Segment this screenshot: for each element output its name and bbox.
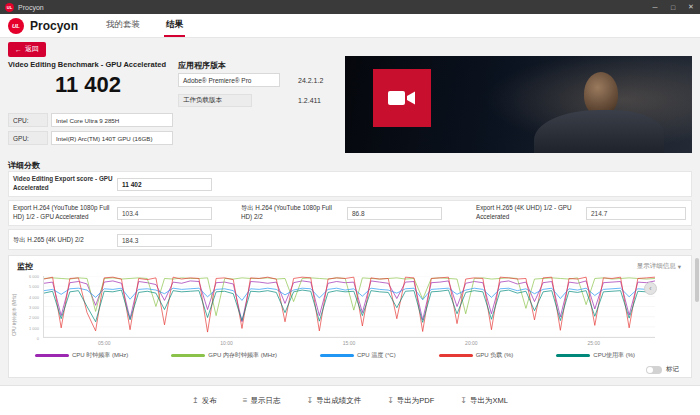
minimize-icon[interactable]: ─ — [646, 0, 664, 14]
tab-results[interactable]: 结果 — [164, 14, 185, 37]
legend-item-cpu-temp: CPU 温度 (°C) — [320, 351, 396, 360]
benchmark-title: Video Editing Benchmark - GPU Accelerate… — [8, 60, 178, 69]
detail-label: Export H.265 (4K UHD) 1/2 - GPU Accelera… — [476, 204, 580, 221]
back-arrow-icon: ← — [15, 46, 22, 53]
detail-value: 86.8 — [347, 207, 442, 220]
benchmark-hero-image — [345, 56, 692, 153]
chart-legend: CPU 时钟频率 (MHz) GPU 内存时钟频率 (MHz) CPU 温度 (… — [35, 351, 635, 360]
detail-row-export-score: Video Editing Export score - GPU Acceler… — [8, 171, 692, 197]
legend-label: GPU 负载 (%) — [476, 351, 514, 360]
cpu-label-chip: CPU: — [8, 113, 48, 127]
workload-label-chip: 工作负载版本 — [178, 94, 252, 107]
publish-icon: ↥ — [192, 396, 199, 405]
details-section-title: 详细分数 — [8, 160, 40, 171]
export-pdf-button[interactable]: ↧ 导出为PDF — [387, 396, 434, 406]
legend-swatch-cpu-usage — [556, 354, 590, 357]
main-tabs: 我的套装 结果 — [104, 14, 207, 37]
back-label: 返回 — [25, 44, 39, 54]
publish-button[interactable]: ↥ 发布 — [192, 396, 217, 406]
back-button[interactable]: ← 返回 — [8, 42, 46, 57]
vertical-scrollbar-thumb[interactable] — [695, 258, 699, 302]
footer-actions-bar: ↥ 发布 ≡ 显示日志 ↧ 导出成绩文件 ↧ 导出为PDF ↧ 导出为XML — [0, 385, 700, 415]
monitoring-title: 监控 — [17, 261, 33, 272]
detail-label: Video Editing Export score - GPU Acceler… — [13, 175, 113, 192]
toggle-pill-icon — [646, 366, 662, 374]
download-icon: ↧ — [387, 396, 394, 405]
export-xml-button[interactable]: ↧ 导出为XML — [460, 396, 508, 406]
monitoring-card: 监控 显示详细信息 ▾ CPU 时钟频率 (MHz) 6 0005 0004 0… — [8, 255, 692, 378]
close-icon[interactable]: ✕ — [682, 0, 700, 14]
legend-swatch-gpu-load — [439, 354, 473, 357]
app-header: UL Procyon 我的套装 结果 — [0, 14, 700, 38]
detail-value: 11 402 — [117, 178, 212, 191]
workload-version-value: 1.2.411 — [298, 97, 321, 104]
monitoring-chart-svg — [44, 276, 655, 337]
tab-my-suites[interactable]: 我的套装 — [104, 14, 142, 37]
mark-toggle[interactable]: 标记 — [646, 365, 679, 374]
chart-x-ticks: 05:0010:0015:0020:0025:00 — [43, 340, 655, 346]
chevron-down-icon: ▾ — [678, 263, 681, 271]
chart-pan-button[interactable]: ‹ — [644, 282, 657, 295]
workload-version-row: 工作负载版本 1.2.411 — [178, 94, 321, 107]
detail-value: 103.4 — [117, 207, 212, 220]
app-version-value: 24.2.1.2 — [298, 77, 323, 84]
ul-logo-icon: UL — [5, 3, 14, 12]
detail-value: 214.7 — [586, 207, 686, 220]
export-result-file-button[interactable]: ↧ 导出成绩文件 — [306, 396, 361, 406]
maximize-icon[interactable]: □ — [664, 0, 682, 14]
show-log-button[interactable]: ≡ 显示日志 — [243, 396, 281, 406]
legend-item-cpu-clock: CPU 时钟频率 (MHz) — [35, 351, 128, 360]
brand-name: Procyon — [30, 19, 78, 33]
main-score: 11 402 — [8, 72, 168, 98]
chart-y-axis-label: CPU 时钟频率 (MHz) — [12, 294, 17, 336]
legend-item-gpu-mem-clock: GPU 内存时钟频率 (MHz) — [171, 351, 277, 360]
app-name: Adobe® Premiere® Pro — [178, 73, 280, 87]
gpu-label-chip: GPU: — [8, 131, 48, 145]
detail-label: 导出 H.264 (YouTube 1080p Full HD) 2/2 — [241, 204, 341, 221]
video-camera-icon — [387, 86, 417, 110]
legend-label: GPU 内存时钟频率 (MHz) — [208, 351, 277, 360]
detail-value: 184.3 — [117, 234, 212, 247]
app-version-row: Adobe® Premiere® Pro 24.2.1.2 — [178, 73, 323, 87]
show-details-label: 显示详细信息 — [637, 262, 676, 271]
legend-label: CPU 时钟频率 (MHz) — [72, 351, 128, 360]
show-log-label: 显示日志 — [250, 396, 280, 406]
download-icon: ↧ — [460, 396, 467, 405]
legend-swatch-gpu-mem-clock — [171, 354, 205, 357]
show-details-link[interactable]: 显示详细信息 ▾ — [637, 262, 681, 271]
cpu-row: CPU: Intel Core Ultra 9 285H — [8, 113, 173, 127]
monitoring-chart — [43, 276, 655, 338]
mark-label: 标记 — [666, 365, 679, 374]
publish-label: 发布 — [202, 396, 217, 406]
gpu-value: Intel(R) Arc(TM) 140T GPU (16GB) — [51, 131, 173, 145]
detail-label: Export H.264 (YouTube 1080p Full HD) 1/2… — [13, 204, 115, 221]
log-icon: ≡ — [243, 396, 248, 405]
download-icon: ↧ — [306, 396, 313, 405]
gpu-row: GPU: Intel(R) Arc(TM) 140T GPU (16GB) — [8, 131, 173, 145]
legend-item-cpu-usage: CPU使用率 (%) — [556, 351, 635, 360]
export-xml-label: 导出为XML — [470, 396, 508, 406]
app-version-title: 应用程序版本 — [178, 60, 226, 71]
legend-label: CPU 温度 (°C) — [357, 351, 396, 360]
cpu-value: Intel Core Ultra 9 285H — [51, 113, 173, 127]
detail-row-h265-2: 导出 H.265 (4K UHD) 2/2 184.3 — [8, 229, 692, 250]
legend-swatch-cpu-temp — [320, 354, 354, 357]
export-pdf-label: 导出为PDF — [397, 396, 435, 406]
legend-swatch-cpu-clock — [35, 354, 69, 357]
detail-row-h264-h265: Export H.264 (YouTube 1080p Full HD) 1/2… — [8, 200, 692, 226]
video-editing-icon — [373, 69, 431, 127]
export-result-file-label: 导出成绩文件 — [316, 396, 361, 406]
window-titlebar: UL Procyon ─ □ ✕ — [0, 0, 700, 14]
window-controls: ─ □ ✕ — [646, 0, 700, 14]
ul-brand-logo: UL — [8, 18, 24, 34]
toggle-knob-icon — [647, 367, 653, 373]
legend-label: CPU使用率 (%) — [593, 351, 635, 360]
chart-y-ticks: 6 0005 0004 0003 0002 0001 0000 — [21, 276, 41, 338]
legend-item-gpu-load: GPU 负载 (%) — [439, 351, 514, 360]
window-title: Procyon — [18, 4, 44, 11]
